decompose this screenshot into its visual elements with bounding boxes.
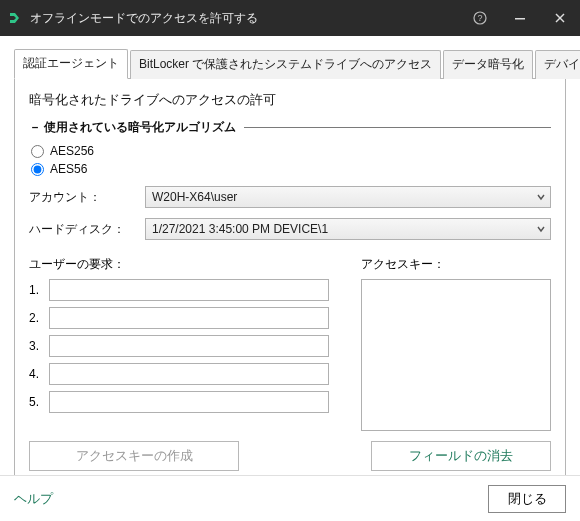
access-key-label: アクセスキー： — [361, 256, 551, 273]
req-input-5[interactable] — [49, 391, 329, 413]
client-area: 認証エージェント BitLocker で保護されたシステムドライブへのアクセス … — [0, 36, 580, 475]
harddisk-label: ハードディスク： — [29, 221, 145, 238]
tab-data-encryption[interactable]: データ暗号化 — [443, 50, 533, 79]
req-num-1: 1. — [29, 283, 49, 297]
col-access-key: アクセスキー： — [361, 256, 551, 435]
user-request-label: ユーザーの要求： — [29, 256, 329, 273]
close-window-button[interactable] — [540, 0, 580, 36]
req-num-5: 5. — [29, 395, 49, 409]
radio-aes256-label: AES256 — [50, 144, 94, 158]
harddisk-select[interactable]: 1/27/2021 3:45:00 PM DEVICE\1 — [145, 218, 551, 240]
row-account: アカウント： W20H-X64\user — [29, 186, 551, 208]
create-access-key-button[interactable]: アクセスキーの作成 — [29, 441, 239, 471]
radio-aes56-input[interactable] — [31, 163, 44, 176]
footer: ヘルプ 閉じる — [0, 475, 580, 521]
req-input-2[interactable] — [49, 307, 329, 329]
req-num-2: 2. — [29, 311, 49, 325]
tab-bitlocker[interactable]: BitLocker で保護されたシステムドライブへのアクセス — [130, 50, 441, 79]
section-title: 暗号化されたドライブへのアクセスの許可 — [29, 91, 551, 109]
req-input-4[interactable] — [49, 363, 329, 385]
help-link[interactable]: ヘルプ — [14, 490, 53, 508]
group-header: － 使用されている暗号化アルゴリズム — [29, 119, 551, 136]
req-num-4: 4. — [29, 367, 49, 381]
row-harddisk: ハードディスク： 1/27/2021 3:45:00 PM DEVICE\1 — [29, 218, 551, 240]
group-header-label: － 使用されている暗号化アルゴリズム — [29, 119, 236, 136]
account-value: W20H-X64\user — [152, 190, 237, 204]
chevron-down-icon — [536, 224, 546, 234]
svg-rect-3 — [515, 18, 525, 20]
col-user-request: ユーザーの要求： 1. 2. 3. 4. 5. — [29, 256, 329, 435]
harddisk-value: 1/27/2021 3:45:00 PM DEVICE\1 — [152, 222, 328, 236]
lower-columns: ユーザーの要求： 1. 2. 3. 4. 5. — [29, 256, 551, 435]
action-row: アクセスキーの作成 フィールドの消去 — [29, 441, 551, 471]
req-row-2: 2. — [29, 307, 329, 329]
req-row-3: 3. — [29, 335, 329, 357]
close-button[interactable]: 閉じる — [488, 485, 566, 513]
req-input-1[interactable] — [49, 279, 329, 301]
req-num-3: 3. — [29, 339, 49, 353]
radio-aes56[interactable]: AES56 — [31, 162, 551, 176]
radio-aes256[interactable]: AES256 — [31, 144, 551, 158]
svg-marker-0 — [10, 13, 19, 23]
account-label: アカウント： — [29, 189, 145, 206]
minimize-button[interactable] — [500, 0, 540, 36]
group-header-line — [244, 127, 551, 128]
svg-text:?: ? — [477, 13, 482, 23]
tab-auth-agent[interactable]: 認証エージェント — [14, 49, 128, 79]
access-key-textarea[interactable] — [361, 279, 551, 431]
window-title: オフラインモードでのアクセスを許可する — [28, 10, 460, 27]
tab-panel: 暗号化されたドライブへのアクセスの許可 － 使用されている暗号化アルゴリズム A… — [14, 79, 566, 486]
req-row-5: 5. — [29, 391, 329, 413]
tab-bar: 認証エージェント BitLocker で保護されたシステムドライブへのアクセス … — [14, 48, 566, 79]
radio-aes56-label: AES56 — [50, 162, 87, 176]
req-row-1: 1. — [29, 279, 329, 301]
radio-aes256-input[interactable] — [31, 145, 44, 158]
tab-device-control[interactable]: デバイスコントロール — [535, 50, 580, 79]
app-logo-icon — [0, 11, 28, 25]
title-bar: オフラインモードでのアクセスを許可する ? — [0, 0, 580, 36]
help-button[interactable]: ? — [460, 0, 500, 36]
req-input-3[interactable] — [49, 335, 329, 357]
req-row-4: 4. — [29, 363, 329, 385]
account-select[interactable]: W20H-X64\user — [145, 186, 551, 208]
chevron-down-icon — [536, 192, 546, 202]
clear-fields-button[interactable]: フィールドの消去 — [371, 441, 551, 471]
